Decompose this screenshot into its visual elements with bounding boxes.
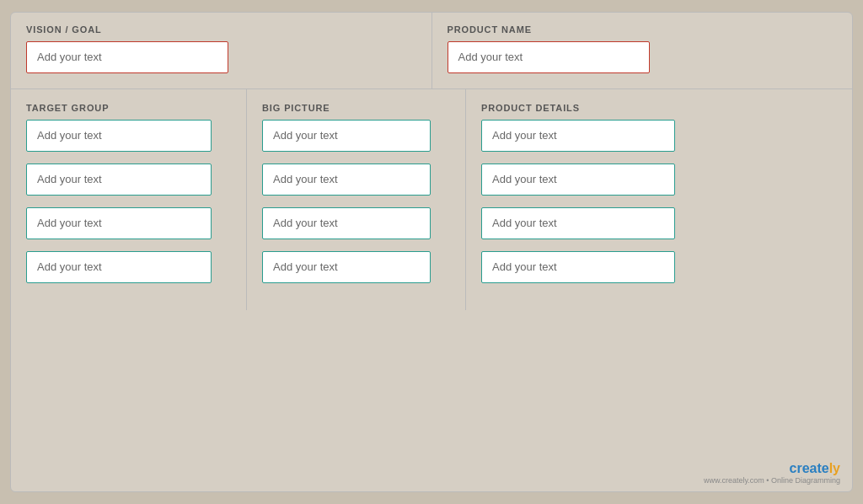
product-details-label: PRODUCT DETAILS [481,103,837,113]
product-details-item-2[interactable]: Add your text [481,164,675,196]
product-details-column: PRODUCT DETAILS Add your text Add your t… [466,89,852,310]
vision-input[interactable]: Add your text [26,41,228,73]
target-group-item-4[interactable]: Add your text [26,251,212,283]
target-group-column: TARGET GROUP Add your text Add your text… [11,89,247,310]
product-details-item-4[interactable]: Add your text [481,251,675,283]
top-section: VISION / GOAL Add your text PRODUCT NAME… [11,13,852,89]
product-name-section: PRODUCT NAME Add your text [432,13,853,88]
product-details-item-3[interactable]: Add your text [481,207,675,239]
big-picture-column: BIG PICTURE Add your text Add your text … [247,89,466,310]
brand-text: create [790,461,829,475]
brand-logo: creately [790,461,841,476]
brand-accent: ly [829,461,840,475]
target-group-item-2[interactable]: Add your text [26,164,212,196]
big-picture-item-1[interactable]: Add your text [262,120,431,152]
big-picture-item-2[interactable]: Add your text [262,164,431,196]
product-name-input[interactable]: Add your text [448,41,650,73]
vision-label: VISION / GOAL [26,24,416,35]
footer: creately www.creately.com • Online Diagr… [704,461,840,485]
target-group-item-1[interactable]: Add your text [26,120,212,152]
product-details-item-1[interactable]: Add your text [481,120,675,152]
product-name-label: PRODUCT NAME [448,24,838,35]
big-picture-label: BIG PICTURE [262,103,450,113]
target-group-item-3[interactable]: Add your text [26,207,212,239]
target-group-label: TARGET GROUP [26,103,231,113]
bottom-section: TARGET GROUP Add your text Add your text… [11,89,852,310]
vision-section: VISION / GOAL Add your text [11,13,432,88]
big-picture-item-3[interactable]: Add your text [262,207,431,239]
footer-url: www.creately.com • Online Diagramming [704,476,840,485]
canvas: VISION / GOAL Add your text PRODUCT NAME… [10,12,853,492]
big-picture-item-4[interactable]: Add your text [262,251,431,283]
